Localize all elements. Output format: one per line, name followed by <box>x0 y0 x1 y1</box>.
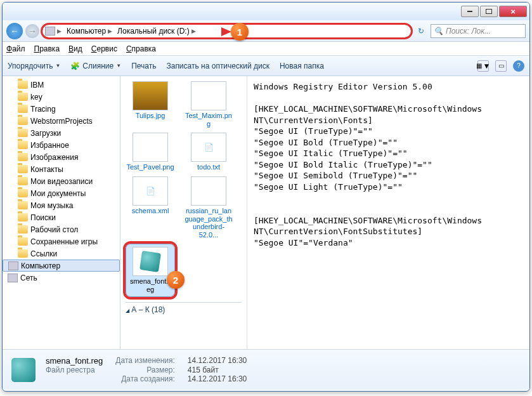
folder-icon <box>18 165 28 173</box>
folder-icon <box>18 117 28 125</box>
tree-item: Мои видеозаписи <box>3 175 120 187</box>
details-created-label: Дата создания: <box>115 374 175 383</box>
search-icon: 🔍 <box>434 27 443 36</box>
menu-tools[interactable]: Сервис <box>91 44 117 53</box>
file-item-selected[interactable]: smena_font.reg 2 <box>126 244 175 296</box>
title-bar <box>3 3 529 20</box>
computer-icon <box>8 261 18 270</box>
registry-file-icon <box>133 247 168 276</box>
new-folder-button[interactable]: Новая папка <box>280 62 324 70</box>
folder-icon <box>18 237 28 246</box>
forward-button[interactable]: → <box>25 24 39 38</box>
tree-item: Мои документы <box>3 187 120 199</box>
back-button[interactable]: ← <box>6 23 23 39</box>
details-modified-label: Дата изменения: <box>115 356 175 366</box>
folder-icon <box>18 93 28 101</box>
help-button[interactable]: ? <box>513 60 524 72</box>
nav-bar: ← → ▶ Компьютер▶ Локальный диск (D:)▶ ↻ … <box>3 20 529 42</box>
tree-item: Изображения <box>3 151 120 163</box>
tree-item: Рабочий стол <box>3 223 120 235</box>
preview-pane-button[interactable]: ▭ <box>495 60 507 72</box>
tree-item: Загрузки <box>3 127 120 139</box>
view-mode-button[interactable]: ▦▼ <box>477 60 489 72</box>
organize-button[interactable]: Упорядочить▼ <box>8 62 60 70</box>
details-size-label: Размер: <box>115 366 175 374</box>
navigation-tree[interactable]: IBM key Tracing WebstormProjects Загрузк… <box>3 76 120 349</box>
registry-file-icon <box>9 355 38 385</box>
folder-icon <box>18 213 28 221</box>
folder-icon <box>18 105 28 113</box>
tree-item: Сохраненные игры <box>3 235 120 248</box>
merge-button[interactable]: 🧩Слияние▼ <box>70 62 121 70</box>
callout-1-arrow <box>221 27 231 36</box>
tree-item-computer[interactable]: Компьютер <box>3 260 120 272</box>
explorer-window: ← → ▶ Компьютер▶ Локальный диск (D:)▶ ↻ … <box>2 2 530 392</box>
main-area: IBM key Tracing WebstormProjects Загрузк… <box>3 76 529 349</box>
details-pane: smena_font.reg Дата изменения: 14.12.201… <box>3 349 529 390</box>
breadcrumb-drive[interactable]: Локальный диск (D:) <box>117 27 190 36</box>
computer-icon <box>45 27 55 36</box>
folder-icon <box>18 153 28 161</box>
details-modified: 14.12.2017 16:30 <box>188 356 247 366</box>
callout-1: 1 <box>231 23 249 41</box>
file-item[interactable]: 📄todo.txt <box>184 133 233 171</box>
menu-bar: Файл Правка Вид Сервис Справка <box>3 42 529 56</box>
callout-2: 2 <box>167 271 185 289</box>
tree-item: Контакты <box>3 163 120 175</box>
text-file-icon: 📄 <box>191 133 226 162</box>
print-button[interactable]: Печать <box>131 62 156 70</box>
tree-item-network[interactable]: Сеть <box>3 272 120 284</box>
folder-icon <box>18 201 28 209</box>
folder-icon <box>18 177 28 185</box>
file-item[interactable]: Tulips.jpg <box>126 81 175 128</box>
menu-edit[interactable]: Правка <box>34 44 60 53</box>
folder-icon <box>18 249 28 258</box>
tree-item: Моя музыка <box>3 199 120 211</box>
file-list[interactable]: Tulips.jpg Test_Maxim.png Test_Pavel.png… <box>120 76 247 349</box>
toolbar: Упорядочить▼ 🧩Слияние▼ Печать Записать н… <box>3 56 529 76</box>
xml-file-icon: 📄 <box>133 176 168 206</box>
file-item[interactable]: 📄schema.xml <box>126 176 175 239</box>
folder-icon <box>18 81 28 89</box>
breadcrumb-computer[interactable]: Компьютер <box>67 27 106 36</box>
folder-icon <box>18 189 28 197</box>
menu-help[interactable]: Справка <box>126 44 156 53</box>
tree-item: WebstormProjects <box>3 115 120 127</box>
search-input[interactable]: 🔍 Поиск: Лок... <box>431 24 526 38</box>
folder-icon <box>18 225 28 234</box>
details-filetype: Файл реестра <box>46 366 103 374</box>
network-icon <box>8 274 18 282</box>
tree-item: key <box>3 91 120 103</box>
tree-item: Поиски <box>3 211 120 223</box>
folder-icon <box>18 141 28 149</box>
details-size: 415 байт <box>188 366 247 374</box>
preview-pane: Windows Registry Editor Version 5.00 [HK… <box>247 76 529 349</box>
details-filename: smena_font.reg <box>46 356 103 366</box>
minimize-button[interactable] <box>461 6 479 17</box>
merge-icon: 🧩 <box>70 62 80 70</box>
content-pane: Tulips.jpg Test_Maxim.png Test_Pavel.png… <box>120 76 529 349</box>
tree-item: Ссылки <box>3 248 120 260</box>
close-button[interactable] <box>499 6 527 17</box>
refresh-button[interactable]: ↻ <box>414 27 428 36</box>
file-item[interactable]: russian_ru_language_pack_thunderbird-52.… <box>184 176 233 239</box>
maximize-button[interactable] <box>480 6 498 17</box>
tree-item: Tracing <box>3 103 120 115</box>
group-header[interactable]: ◢ А – К (18) <box>126 302 242 317</box>
folder-icon <box>18 129 28 137</box>
search-placeholder: Поиск: Лок... <box>446 27 491 36</box>
file-item[interactable]: Test_Pavel.png <box>126 133 175 171</box>
menu-file[interactable]: Файл <box>6 44 25 53</box>
file-item[interactable]: Test_Maxim.png <box>184 81 233 128</box>
menu-view[interactable]: Вид <box>68 44 82 53</box>
details-created: 14.12.2017 16:30 <box>188 374 247 383</box>
burn-button[interactable]: Записать на оптический диск <box>166 62 269 70</box>
tree-item: Избранное <box>3 139 120 151</box>
tree-item: IBM <box>3 79 120 91</box>
